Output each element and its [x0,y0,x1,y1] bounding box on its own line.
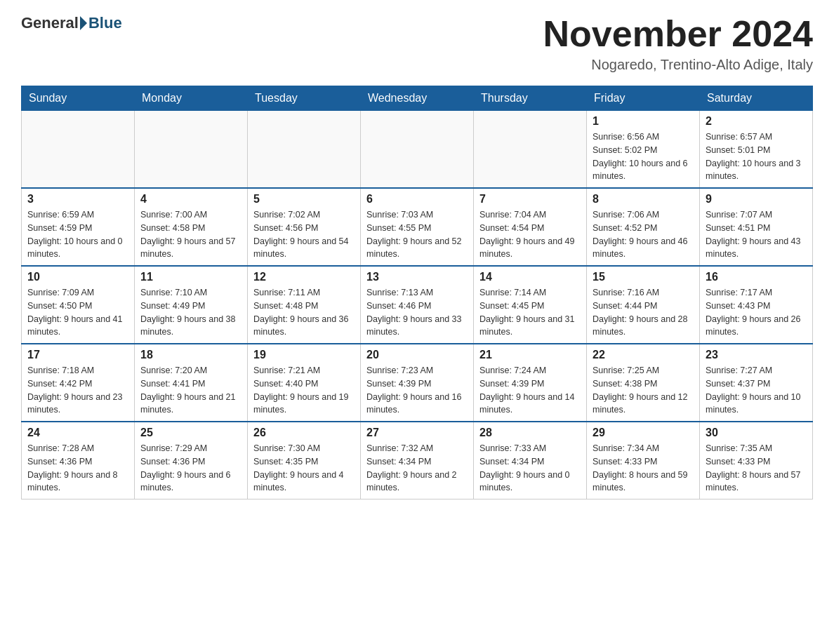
table-row: 9Sunrise: 7:07 AMSunset: 4:51 PMDaylight… [700,188,813,266]
day-number: 11 [140,271,241,283]
weekday-header-row: Sunday Monday Tuesday Wednesday Thursday… [22,86,813,111]
day-number: 8 [593,193,694,206]
day-info: Sunrise: 7:18 AMSunset: 4:42 PMDaylight:… [27,364,128,417]
day-number: 25 [140,427,241,439]
day-number: 15 [593,271,694,283]
day-info: Sunrise: 7:02 AMSunset: 4:56 PMDaylight:… [253,208,355,261]
day-info: Sunrise: 7:16 AMSunset: 4:44 PMDaylight:… [593,286,694,339]
calendar-week-row: 1Sunrise: 6:56 AMSunset: 5:02 PMDaylight… [22,111,813,189]
day-info: Sunrise: 7:28 AMSunset: 4:36 PMDaylight:… [27,442,128,495]
day-info: Sunrise: 7:13 AMSunset: 4:46 PMDaylight:… [366,286,468,339]
calendar-week-row: 10Sunrise: 7:09 AMSunset: 4:50 PMDayligh… [22,266,813,344]
day-number: 18 [140,349,241,361]
logo-blue-text: Blue [88,14,122,32]
day-info: Sunrise: 7:27 AMSunset: 4:37 PMDaylight:… [706,364,807,417]
day-info: Sunrise: 7:35 AMSunset: 4:33 PMDaylight:… [706,442,807,495]
table-row: 2Sunrise: 6:57 AMSunset: 5:01 PMDaylight… [700,111,813,189]
day-number: 5 [253,193,355,206]
day-number: 17 [27,349,128,361]
day-info: Sunrise: 7:14 AMSunset: 4:45 PMDaylight:… [479,286,581,339]
day-info: Sunrise: 7:29 AMSunset: 4:36 PMDaylight:… [140,442,241,495]
day-info: Sunrise: 7:03 AMSunset: 4:55 PMDaylight:… [366,208,468,261]
calendar-week-row: 3Sunrise: 6:59 AMSunset: 4:59 PMDaylight… [22,188,813,266]
table-row [474,111,587,189]
header-wednesday: Wednesday [361,86,474,111]
day-number: 29 [593,427,694,439]
day-number: 22 [593,349,694,361]
table-row: 7Sunrise: 7:04 AMSunset: 4:54 PMDaylight… [474,188,587,266]
table-row: 19Sunrise: 7:21 AMSunset: 4:40 PMDayligh… [248,344,361,422]
table-row: 29Sunrise: 7:34 AMSunset: 4:33 PMDayligh… [587,422,700,499]
title-area: November 2024 Nogaredo, Trentino-Alto Ad… [543,14,813,73]
day-number: 13 [366,271,468,283]
day-number: 4 [140,193,241,206]
day-number: 6 [366,193,468,206]
day-info: Sunrise: 7:06 AMSunset: 4:52 PMDaylight:… [593,208,694,261]
table-row: 18Sunrise: 7:20 AMSunset: 4:41 PMDayligh… [135,344,248,422]
table-row: 15Sunrise: 7:16 AMSunset: 4:44 PMDayligh… [587,266,700,344]
day-number: 19 [253,349,355,361]
table-row: 12Sunrise: 7:11 AMSunset: 4:48 PMDayligh… [248,266,361,344]
table-row [361,111,474,189]
calendar-week-row: 17Sunrise: 7:18 AMSunset: 4:42 PMDayligh… [22,344,813,422]
day-number: 20 [366,349,468,361]
day-info: Sunrise: 6:57 AMSunset: 5:01 PMDaylight:… [706,130,807,183]
day-info: Sunrise: 7:23 AMSunset: 4:39 PMDaylight:… [366,364,468,417]
table-row [248,111,361,189]
day-info: Sunrise: 7:10 AMSunset: 4:49 PMDaylight:… [140,286,241,339]
logo: General Blue [21,14,122,32]
table-row: 4Sunrise: 7:00 AMSunset: 4:58 PMDaylight… [135,188,248,266]
day-number: 12 [253,271,355,283]
day-number: 14 [479,271,581,283]
table-row: 21Sunrise: 7:24 AMSunset: 4:39 PMDayligh… [474,344,587,422]
day-number: 27 [366,427,468,439]
day-number: 28 [479,427,581,439]
table-row [135,111,248,189]
day-info: Sunrise: 7:25 AMSunset: 4:38 PMDaylight:… [593,364,694,417]
day-info: Sunrise: 7:20 AMSunset: 4:41 PMDaylight:… [140,364,241,417]
day-number: 7 [479,193,581,206]
header: General Blue November 2024 Nogaredo, Tre… [21,14,813,73]
day-info: Sunrise: 7:17 AMSunset: 4:43 PMDaylight:… [706,286,807,339]
table-row: 22Sunrise: 7:25 AMSunset: 4:38 PMDayligh… [587,344,700,422]
day-info: Sunrise: 7:04 AMSunset: 4:54 PMDaylight:… [479,208,581,261]
table-row [22,111,135,189]
day-info: Sunrise: 7:34 AMSunset: 4:33 PMDaylight:… [593,442,694,495]
logo-triangle-icon [80,16,87,30]
calendar-week-row: 24Sunrise: 7:28 AMSunset: 4:36 PMDayligh… [22,422,813,499]
table-row: 16Sunrise: 7:17 AMSunset: 4:43 PMDayligh… [700,266,813,344]
day-number: 23 [706,349,807,361]
logo-general-text: General [21,14,79,32]
table-row: 23Sunrise: 7:27 AMSunset: 4:37 PMDayligh… [700,344,813,422]
header-friday: Friday [587,86,700,111]
day-info: Sunrise: 7:00 AMSunset: 4:58 PMDaylight:… [140,208,241,261]
table-row: 13Sunrise: 7:13 AMSunset: 4:46 PMDayligh… [361,266,474,344]
table-row: 3Sunrise: 6:59 AMSunset: 4:59 PMDaylight… [22,188,135,266]
table-row: 10Sunrise: 7:09 AMSunset: 4:50 PMDayligh… [22,266,135,344]
table-row: 6Sunrise: 7:03 AMSunset: 4:55 PMDaylight… [361,188,474,266]
table-row: 28Sunrise: 7:33 AMSunset: 4:34 PMDayligh… [474,422,587,499]
day-info: Sunrise: 7:09 AMSunset: 4:50 PMDaylight:… [27,286,128,339]
header-monday: Monday [135,86,248,111]
table-row: 8Sunrise: 7:06 AMSunset: 4:52 PMDaylight… [587,188,700,266]
day-number: 2 [706,115,807,128]
header-sunday: Sunday [22,86,135,111]
table-row: 24Sunrise: 7:28 AMSunset: 4:36 PMDayligh… [22,422,135,499]
day-number: 9 [706,193,807,206]
day-info: Sunrise: 7:32 AMSunset: 4:34 PMDaylight:… [366,442,468,495]
table-row: 30Sunrise: 7:35 AMSunset: 4:33 PMDayligh… [700,422,813,499]
day-info: Sunrise: 6:59 AMSunset: 4:59 PMDaylight:… [27,208,128,261]
day-info: Sunrise: 7:11 AMSunset: 4:48 PMDaylight:… [253,286,355,339]
table-row: 1Sunrise: 6:56 AMSunset: 5:02 PMDaylight… [587,111,700,189]
table-row: 26Sunrise: 7:30 AMSunset: 4:35 PMDayligh… [248,422,361,499]
day-info: Sunrise: 7:33 AMSunset: 4:34 PMDaylight:… [479,442,581,495]
calendar-table: Sunday Monday Tuesday Wednesday Thursday… [21,86,813,499]
day-info: Sunrise: 7:07 AMSunset: 4:51 PMDaylight:… [706,208,807,261]
table-row: 5Sunrise: 7:02 AMSunset: 4:56 PMDaylight… [248,188,361,266]
table-row: 25Sunrise: 7:29 AMSunset: 4:36 PMDayligh… [135,422,248,499]
day-number: 26 [253,427,355,439]
day-number: 21 [479,349,581,361]
day-number: 30 [706,427,807,439]
day-number: 1 [593,115,694,128]
day-info: Sunrise: 7:30 AMSunset: 4:35 PMDaylight:… [253,442,355,495]
